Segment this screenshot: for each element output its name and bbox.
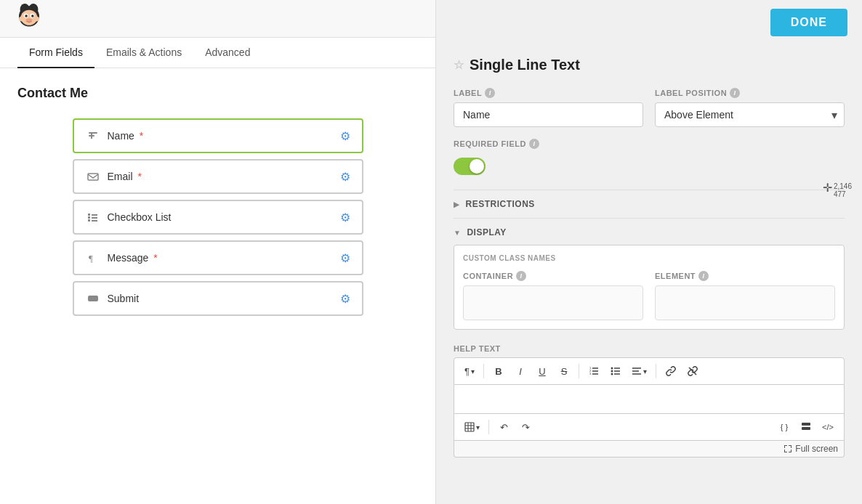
bold-button[interactable]: B (488, 361, 509, 381)
link-button[interactable] (661, 361, 681, 381)
gear-icon-message[interactable]: ⚙ (340, 251, 350, 265)
gear-icon-checkbox[interactable]: ⚙ (340, 211, 350, 224)
required-star-message: * (150, 252, 157, 264)
container-label: CONTAINER i (463, 271, 643, 281)
display-label: DISPLAY (467, 227, 506, 237)
restrictions-label: RESTRICTIONS (466, 199, 535, 209)
help-text-label: HELP TEXT (454, 344, 845, 353)
svg-rect-18 (92, 217, 97, 219)
position-select[interactable]: Above Element Left of Element Right of E… (655, 102, 845, 127)
required-field-label: REQUIRED FIELD i (454, 139, 845, 149)
list-view-button[interactable] (796, 417, 816, 437)
form-title: Contact Me (17, 86, 418, 101)
editor-toolbar-row2: ▾ ↶ ↷ { } </> (454, 414, 845, 441)
right-panel: DONE ☆ Single Line Text LABEL i LABEL PO… (436, 0, 862, 504)
strikethrough-button[interactable]: S (554, 361, 574, 381)
field-row-checkbox[interactable]: Checkbox List ⚙ (73, 200, 363, 235)
field-name-label: Name * (108, 130, 340, 142)
tab-form-fields[interactable]: Form Fields (17, 38, 94, 68)
table-dropdown[interactable]: ▾ (460, 419, 484, 435)
svg-text:¶: ¶ (89, 253, 93, 264)
required-info-icon[interactable]: i (529, 139, 539, 149)
svg-rect-17 (88, 216, 90, 219)
element-input[interactable] (655, 285, 835, 320)
svg-rect-19 (88, 219, 90, 221)
help-text-editor-body[interactable] (454, 385, 845, 414)
source-button[interactable]: </> (818, 417, 838, 437)
gear-icon-email[interactable]: ⚙ (340, 170, 350, 184)
label-info-icon[interactable]: i (485, 88, 495, 98)
svg-point-30 (611, 370, 613, 373)
top-bar (0, 0, 435, 38)
label-position-row: LABEL i LABEL POSITION i Above Element L… (454, 88, 845, 127)
list-icon (86, 210, 100, 224)
field-email-label: Email * (108, 171, 340, 182)
form-fields-list: Name * ⚙ Email * ⚙ Checkbox List ⚙ (73, 118, 363, 316)
tab-emails-actions[interactable]: Emails & Actions (94, 38, 193, 68)
svg-rect-16 (92, 214, 97, 216)
svg-point-10 (33, 16, 39, 21)
right-content: ☆ Single Line Text LABEL i LABEL POSITIO… (436, 45, 862, 504)
container-info-icon[interactable]: i (516, 271, 526, 281)
done-button[interactable]: DONE (770, 9, 847, 36)
position-field-label: LABEL POSITION i (655, 88, 845, 98)
undo-button[interactable]: ↶ (494, 417, 514, 437)
svg-point-9 (19, 16, 25, 21)
field-checkbox-label: Checkbox List (108, 211, 340, 223)
svg-point-31 (611, 373, 613, 375)
italic-button[interactable]: I (510, 361, 531, 381)
toggle-knob (470, 159, 484, 174)
editor-toolbar-row1: ¶ ▾ B I U S 1.2.3. ▾ (454, 357, 845, 385)
unlink-button[interactable] (682, 361, 703, 381)
merge-tags-button[interactable]: { } (774, 417, 794, 437)
position-info-icon[interactable]: i (730, 88, 740, 98)
custom-class-box: CUSTOM CLASS NAMES CONTAINER i ELEMENT i (454, 245, 845, 330)
required-star-email: * (135, 171, 142, 182)
text-icon (86, 129, 100, 143)
field-row-name[interactable]: Name * ⚙ (73, 118, 363, 153)
logo (12, 4, 47, 33)
separator1 (483, 364, 484, 378)
display-arrow: ▼ (454, 229, 461, 237)
field-row-email[interactable]: Email * ⚙ (73, 159, 363, 194)
separator3 (656, 364, 656, 378)
required-toggle[interactable] (454, 158, 486, 175)
position-col: LABEL POSITION i Above Element Left of E… (655, 88, 845, 127)
display-header[interactable]: ▼ DISPLAY (454, 227, 845, 237)
tab-advanced[interactable]: Advanced (193, 38, 262, 68)
separator4 (488, 420, 489, 434)
element-info-icon[interactable]: i (698, 271, 709, 281)
gear-icon-name[interactable]: ⚙ (340, 129, 350, 143)
svg-rect-44 (802, 423, 810, 426)
label-col: LABEL i (454, 88, 643, 127)
restrictions-header[interactable]: ▶ RESTRICTIONS (454, 199, 845, 209)
label-input[interactable] (454, 102, 643, 127)
chimp-logo-svg (14, 4, 44, 34)
required-star-name: * (137, 130, 143, 142)
paragraph-dropdown[interactable]: ¶ ▾ (460, 363, 479, 380)
align-dropdown[interactable]: ▾ (627, 363, 651, 379)
svg-rect-14 (88, 174, 98, 180)
svg-rect-13 (91, 132, 92, 139)
gear-icon-submit[interactable]: ⚙ (340, 292, 350, 306)
element-col: ELEMENT i (655, 271, 835, 320)
field-row-submit[interactable]: Submit ⚙ (73, 281, 363, 316)
custom-class-cols: CONTAINER i ELEMENT i (463, 271, 835, 320)
coord-values: 2,146477 (834, 182, 852, 198)
email-icon (86, 169, 100, 184)
required-section: REQUIRED FIELD i (454, 139, 845, 178)
unordered-list-button[interactable] (605, 361, 626, 381)
svg-rect-22 (88, 296, 98, 301)
label-field-label: LABEL i (454, 88, 643, 98)
container-col: CONTAINER i (463, 271, 643, 320)
fullscreen-link[interactable]: Full screen (784, 444, 838, 454)
ordered-list-button[interactable]: 1.2.3. (584, 361, 604, 381)
container-input[interactable] (463, 285, 643, 320)
tabs-bar: Form Fields Emails & Actions Advanced (0, 38, 435, 68)
redo-button[interactable]: ↷ (515, 417, 536, 437)
fullscreen-bar: Full screen (454, 441, 845, 458)
field-message-label: Message * (108, 252, 340, 264)
field-row-message[interactable]: ¶ Message * ⚙ (73, 240, 363, 275)
display-section: ▼ DISPLAY CUSTOM CLASS NAMES CONTAINER i (454, 218, 845, 338)
underline-button[interactable]: U (532, 361, 552, 381)
